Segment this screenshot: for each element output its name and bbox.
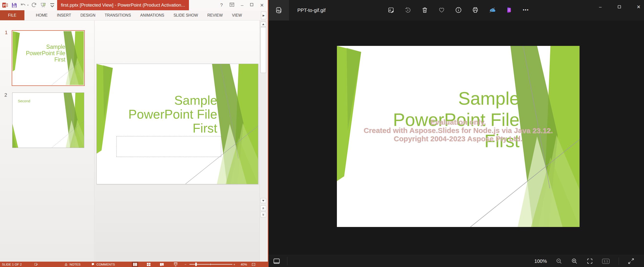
undo-dropdown-caret[interactable]: ▾ [27,4,28,6]
slide-2-number: 2 [4,92,7,98]
close-button[interactable]: ✕ [636,4,641,10]
image-filename: PPT-to-gif.gif [297,0,326,20]
photos-titlebar: PPT-to-gif.gif [268,0,644,20]
previous-slide-button[interactable] [260,206,266,211]
customize-qat-button[interactable] [49,2,56,8]
print-button[interactable] [472,6,479,14]
notes-button[interactable]: NOTES [64,262,80,267]
status-bar: SLIDE 1 OF 2 NOTES COMMENTS − [0,262,268,267]
file-info-button[interactable] [455,6,462,14]
quick-access-toolbar: P ▾ [0,2,56,8]
comments-button[interactable]: COMMENTS [91,262,115,267]
ribbon-display-options-icon[interactable] [229,2,234,8]
powerpoint-logo-icon: P [2,2,8,8]
slide-show-view-button[interactable] [172,262,179,267]
clipchamp-icon[interactable] [506,6,512,14]
filmstrip-toggle-button[interactable] [273,258,280,264]
slide-1-thumbnail[interactable]: Sample PowerPoint File First [12,30,85,86]
photos-bottom-bar: 100% 1:1 [268,255,644,267]
help-icon[interactable]: ? [220,2,223,8]
powerpoint-workspace: 1 Sample PowerPoint File First 2 Second [0,20,268,262]
minimize-button[interactable]: – [598,4,603,10]
filmstrip-icon [273,258,280,264]
tab-view[interactable]: VIEW [227,10,246,20]
svg-text:P: P [3,4,5,7]
slide-1-number: 1 [5,30,8,36]
delete-button[interactable] [421,6,428,14]
photos-window: PPT-to-gif.gif [268,0,644,267]
fullscreen-button[interactable] [628,258,634,264]
slide-2-thumbnail-title: Second [18,99,30,103]
slide-indicator: SLIDE 1 OF 2 [2,262,22,267]
normal-view-button[interactable] [132,262,138,267]
see-more-button[interactable]: ••• [522,6,529,14]
ribbon-tab-bar: FILE HOME INSERT DESIGN TRANSITIONS ANIM… [0,10,268,20]
tab-file[interactable]: FILE [0,10,24,20]
slide-title-text[interactable]: Sample PowerPoint File First [128,94,217,135]
zoom-slider-center-tick [210,263,211,265]
slide-2-thumbnail[interactable]: Second [12,92,84,148]
tab-design[interactable]: DESIGN [76,10,100,20]
window-title: first.pptx [Protected View] - PowerPoint… [57,0,189,10]
minimize-button[interactable]: – [241,2,244,8]
maximize-button[interactable] [617,4,622,10]
powerpoint-titlebar: P ▾ first.pptx [Protected View] - PowerP… [0,0,268,10]
vertical-scrollbar[interactable] [260,20,267,262]
photo-gallery-icon [275,6,282,14]
scrollbar-thumb[interactable] [260,27,266,73]
fit-to-window-button[interactable] [587,258,593,264]
zoom-in-button[interactable]: + [234,262,235,267]
scroll-down-button[interactable] [260,198,266,203]
zoom-level-indicator: 100% [534,258,547,264]
start-slideshow-button[interactable] [40,2,47,8]
maximize-button[interactable] [250,2,254,8]
tab-slide-show[interactable]: SLIDE SHOW [169,10,202,20]
tab-home[interactable]: HOME [31,10,52,20]
zoom-in-button[interactable] [571,258,578,264]
zoom-slider-thumb[interactable] [195,262,197,266]
notes-icon [64,262,68,266]
reading-view-button[interactable] [159,262,165,267]
close-button[interactable]: ✕ [260,2,264,8]
scroll-up-button[interactable] [260,22,266,26]
edit-image-button[interactable] [388,6,394,14]
viewed-image[interactable]: Sample PowerPoint File First Evaluation … [337,46,580,227]
display-settings-icon[interactable] [34,262,38,267]
next-slide-button[interactable] [260,212,266,217]
divider [287,257,287,265]
zoom-out-button[interactable] [556,258,562,264]
actual-size-button[interactable]: 1:1 [602,259,610,264]
zoom-out-button[interactable]: − [184,262,186,267]
slide-canvas[interactable]: Sample PowerPoint File First [96,64,258,184]
fit-slide-to-window-button[interactable] [252,262,256,267]
tab-insert[interactable]: INSERT [52,10,76,20]
slide-thumbnail-panel: 1 Sample PowerPoint File First 2 Second [0,20,94,262]
slide-1-thumbnail-title: Sample PowerPoint File First [26,44,65,63]
tab-animations[interactable]: ANIMATIONS [136,10,169,20]
subtitle-placeholder[interactable] [116,136,221,157]
rotate-button[interactable] [404,6,411,14]
tab-review[interactable]: REVIEW [202,10,227,20]
undo-button[interactable] [20,2,26,8]
slide-sorter-view-button[interactable] [146,262,152,267]
slide-editing-pane: Sample PowerPoint File First [95,20,260,262]
tab-transitions[interactable]: TRANSITIONS [100,10,136,20]
comments-icon [91,262,95,266]
tab-overflow-button[interactable]: ▶ [261,12,266,19]
divider [618,258,619,265]
powerpoint-window: P ▾ first.pptx [Protected View] - PowerP… [0,0,268,267]
zoom-level-indicator[interactable]: 40% [241,262,247,267]
repeat-button[interactable] [31,2,38,8]
see-all-photos-button[interactable] [268,0,289,20]
onedrive-unavailable-icon[interactable] [489,6,496,14]
save-button[interactable] [11,2,18,8]
favorite-button[interactable] [438,6,445,14]
aspose-evaluation-watermark: Evaluation only. Created with Aspose.Sli… [337,118,580,143]
